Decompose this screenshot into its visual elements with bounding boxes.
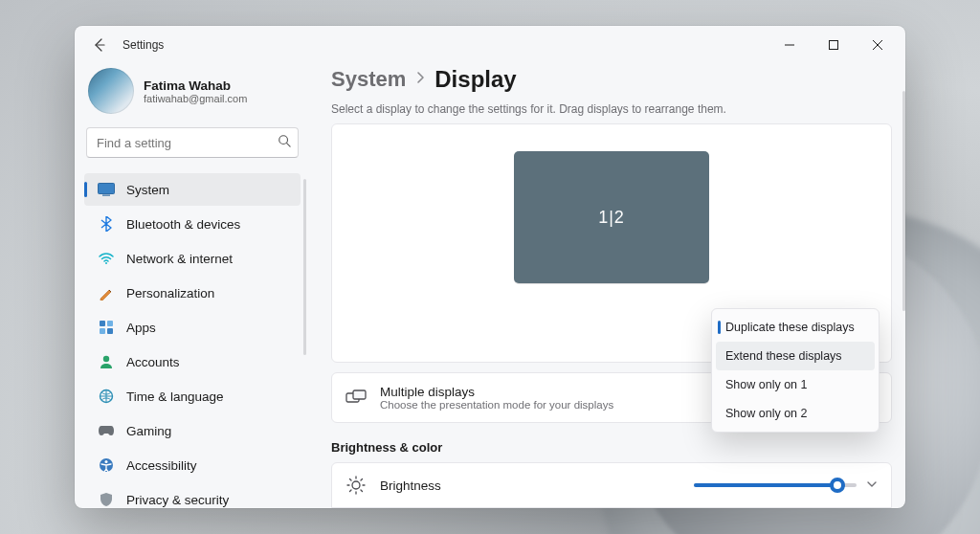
sidebar-item-time-language[interactable]: Time & language bbox=[84, 380, 301, 412]
sidebar-item-label: Bluetooth & devices bbox=[126, 217, 240, 232]
svg-rect-8 bbox=[107, 328, 113, 334]
back-button[interactable] bbox=[84, 30, 115, 60]
breadcrumb-parent[interactable]: System bbox=[331, 67, 406, 92]
chevron-right-icon bbox=[415, 71, 425, 88]
minimize-button[interactable] bbox=[768, 26, 812, 64]
search-icon bbox=[278, 134, 291, 151]
accounts-icon bbox=[98, 353, 115, 370]
personalization-icon bbox=[98, 284, 115, 301]
dropdown-option-show-only-1[interactable]: Show only on 1 bbox=[716, 370, 875, 399]
arrow-left-icon bbox=[92, 37, 107, 53]
profile-email: fatiwahab@gmail.com bbox=[144, 93, 247, 104]
close-button[interactable] bbox=[856, 26, 900, 64]
network-icon bbox=[98, 250, 115, 267]
window-controls bbox=[768, 26, 900, 64]
svg-rect-14 bbox=[353, 390, 366, 399]
display-arrangement-card: 1|2 Identify Duplicate these displays Ex… bbox=[331, 123, 892, 363]
brightness-section-heading: Brightness & color bbox=[331, 440, 892, 455]
slider-thumb[interactable] bbox=[830, 478, 845, 493]
dropdown-option-duplicate[interactable]: Duplicate these displays bbox=[716, 313, 875, 342]
brightness-row[interactable]: Brightness bbox=[331, 462, 892, 508]
multiple-displays-title: Multiple displays bbox=[380, 385, 613, 399]
sidebar-item-label: Personalization bbox=[126, 286, 214, 300]
privacy-icon bbox=[98, 491, 115, 508]
accessibility-icon bbox=[98, 456, 115, 474]
sidebar-item-label: Gaming bbox=[126, 424, 171, 438]
nav-scrollbar[interactable] bbox=[303, 179, 306, 355]
gaming-icon bbox=[98, 422, 115, 439]
multiple-displays-icon bbox=[345, 388, 367, 409]
monitor-canvas[interactable]: 1|2 bbox=[349, 142, 874, 293]
app-title: Settings bbox=[122, 38, 164, 52]
apps-icon bbox=[98, 319, 115, 336]
sidebar-item-apps[interactable]: Apps bbox=[84, 311, 301, 344]
minimize-icon bbox=[785, 40, 794, 50]
display-mode-menu: Duplicate these displays Extend these di… bbox=[711, 308, 880, 433]
page-title: Display bbox=[434, 66, 516, 93]
sidebar-item-label: Accessibility bbox=[126, 458, 197, 473]
dropdown-option-show-only-2[interactable]: Show only on 2 bbox=[716, 399, 875, 428]
svg-rect-6 bbox=[107, 321, 113, 326]
nav-list: System Bluetooth & devices Network & int… bbox=[84, 173, 301, 508]
bluetooth-icon bbox=[98, 215, 115, 233]
sidebar-item-accessibility[interactable]: Accessibility bbox=[84, 449, 301, 481]
time-language-icon bbox=[98, 388, 115, 405]
sidebar-item-label: Accounts bbox=[126, 355, 180, 369]
svg-rect-0 bbox=[830, 41, 838, 50]
system-icon bbox=[98, 181, 115, 198]
profile-block[interactable]: Fatima Wahab fatiwahab@gmail.com bbox=[84, 64, 301, 127]
close-icon bbox=[873, 40, 882, 50]
monitor-tile[interactable]: 1|2 bbox=[514, 151, 709, 283]
sidebar-item-network[interactable]: Network & internet bbox=[84, 242, 301, 275]
content-scrollbar[interactable] bbox=[902, 91, 905, 311]
sidebar-item-accounts[interactable]: Accounts bbox=[84, 345, 301, 378]
sidebar-item-label: Apps bbox=[126, 321, 156, 335]
dropdown-option-extend[interactable]: Extend these displays bbox=[716, 342, 875, 370]
svg-point-9 bbox=[103, 356, 109, 362]
sidebar-item-gaming[interactable]: Gaming bbox=[84, 414, 301, 447]
brightness-slider[interactable] bbox=[694, 477, 878, 494]
avatar bbox=[88, 68, 134, 114]
brightness-icon bbox=[345, 475, 367, 496]
content-panel: System Display Select a display to chang… bbox=[310, 64, 905, 508]
sidebar-item-label: System bbox=[126, 183, 169, 197]
slider-fill bbox=[694, 483, 837, 487]
profile-name: Fatima Wahab bbox=[144, 78, 247, 93]
brightness-title: Brightness bbox=[380, 478, 441, 493]
sidebar-item-personalization[interactable]: Personalization bbox=[84, 277, 301, 309]
multiple-displays-desc: Choose the presentation mode for your di… bbox=[380, 399, 613, 411]
sidebar-item-label: Time & language bbox=[126, 389, 224, 404]
svg-rect-5 bbox=[100, 321, 105, 326]
svg-rect-2 bbox=[99, 184, 115, 194]
svg-point-1 bbox=[279, 136, 288, 145]
search-wrap bbox=[86, 127, 299, 158]
sidebar-item-system[interactable]: System bbox=[84, 173, 301, 206]
slider-track[interactable] bbox=[694, 483, 857, 487]
sidebar-item-privacy[interactable]: Privacy & security bbox=[84, 483, 301, 508]
maximize-button[interactable] bbox=[812, 26, 856, 64]
svg-point-4 bbox=[105, 262, 107, 264]
monitor-label: 1|2 bbox=[598, 208, 625, 228]
sidebar-item-label: Privacy & security bbox=[126, 493, 229, 507]
subheading: Select a display to change the settings … bbox=[331, 102, 892, 116]
breadcrumb: System Display bbox=[331, 66, 892, 93]
chevron-down-icon[interactable] bbox=[866, 477, 878, 494]
svg-point-15 bbox=[352, 481, 360, 489]
left-panel: Fatima Wahab fatiwahab@gmail.com Syste bbox=[75, 64, 310, 508]
titlebar: Settings bbox=[75, 26, 905, 64]
svg-point-12 bbox=[105, 460, 108, 463]
sidebar-item-bluetooth[interactable]: Bluetooth & devices bbox=[84, 208, 301, 240]
maximize-icon bbox=[829, 40, 838, 50]
svg-rect-3 bbox=[102, 195, 110, 196]
sidebar-item-label: Network & internet bbox=[126, 252, 233, 266]
svg-rect-7 bbox=[100, 328, 105, 334]
settings-window: Settings Fatima Wahab fatiwahab@gmail.co… bbox=[75, 26, 905, 508]
search-input[interactable] bbox=[86, 127, 299, 158]
